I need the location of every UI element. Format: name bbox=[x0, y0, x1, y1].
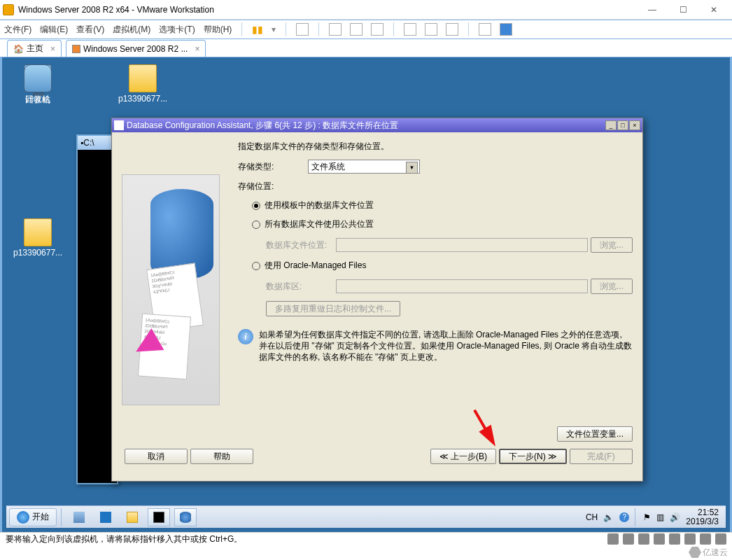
tab-home[interactable]: 🏠 主页 × bbox=[7, 40, 62, 57]
db-area-field bbox=[336, 279, 588, 293]
start-label: 开始 bbox=[32, 511, 49, 523]
tab-close-icon[interactable]: × bbox=[50, 44, 55, 54]
dbca-minimize-button[interactable]: _ bbox=[605, 120, 617, 130]
db-file-loc-field bbox=[336, 238, 588, 252]
file-loc-vars-button[interactable]: 文件位置变量... bbox=[557, 426, 633, 442]
vmware-device-tray bbox=[607, 533, 726, 545]
toolbar-fit-icon[interactable] bbox=[404, 23, 416, 36]
start-orb-icon bbox=[17, 511, 29, 524]
tray-clock[interactable]: 21:52 2019/3/3 bbox=[686, 508, 719, 526]
device-cd-icon[interactable] bbox=[623, 533, 634, 545]
toolbar-snapshot-manage-icon[interactable] bbox=[371, 23, 383, 36]
vmware-menubar: 文件(F) 编辑(E) 查看(V) 虚拟机(M) 选项卡(T) 帮助(H) ▮▮… bbox=[0, 20, 732, 39]
windows-taskbar: 开始 CH 🔈 ? ⚑ ▥ 🔊 21:52 2019/3/3 bbox=[6, 505, 726, 528]
dbca-title-text: Database Configuration Assistant, 步骤 6(共… bbox=[127, 120, 398, 132]
recycle-bin-icon bbox=[24, 64, 52, 92]
tab-close-icon[interactable]: × bbox=[195, 44, 199, 54]
folder-icon bbox=[24, 218, 52, 246]
desktop-folder-2[interactable]: p13390677... bbox=[13, 218, 62, 258]
ime-indicator[interactable]: CH bbox=[586, 512, 598, 522]
window-close-button[interactable]: ✕ bbox=[698, 0, 729, 20]
tray-network-icon[interactable]: ▥ bbox=[656, 512, 664, 522]
powershell-icon bbox=[100, 512, 111, 523]
toolbar-send-cad-icon[interactable] bbox=[296, 23, 309, 36]
device-display-icon[interactable] bbox=[700, 533, 711, 545]
task-explorer[interactable] bbox=[121, 508, 143, 526]
device-printer-icon[interactable] bbox=[684, 533, 696, 545]
dbca-dialog: Database Configuration Assistant, 步骤 6(共… bbox=[111, 118, 643, 482]
watermark-text: 亿速云 bbox=[703, 547, 728, 559]
dbca-close-button[interactable]: × bbox=[629, 120, 640, 130]
db-area-label: 数据库区: bbox=[266, 281, 336, 293]
tray-volume-icon[interactable]: 🔈 bbox=[603, 512, 614, 522]
help-button[interactable]: 帮助 bbox=[190, 449, 253, 464]
tab-vm[interactable]: Windows Server 2008 R2 ... × bbox=[66, 40, 206, 57]
cancel-button[interactable]: 取消 bbox=[125, 449, 188, 464]
radio-template[interactable] bbox=[252, 202, 260, 210]
dbca-app-icon bbox=[114, 120, 124, 130]
vmware-status-text: 要将输入定向到该虚拟机，请将鼠标指针移入其中或按 Ctrl+G。 bbox=[6, 533, 242, 545]
back-button[interactable]: ≪ 上一步(B) bbox=[430, 449, 496, 464]
tab-home-label: 主页 bbox=[27, 43, 43, 55]
task-server-manager[interactable] bbox=[68, 508, 90, 526]
folder-icon bbox=[129, 64, 157, 92]
radio-template-label[interactable]: 使用模板中的数据库文件位置 bbox=[265, 200, 374, 211]
vm-icon bbox=[72, 45, 80, 53]
finish-button: 完成(F) bbox=[570, 449, 633, 464]
radio-omf-label[interactable]: 使用 Oracle-Managed Files bbox=[265, 260, 366, 272]
storage-loc-label: 存储位置: bbox=[238, 181, 308, 192]
device-msg-icon[interactable] bbox=[715, 533, 726, 545]
menu-file[interactable]: 文件(F) bbox=[4, 24, 31, 36]
dbca-illustration: 1Aa@Bb#Cc2Dd$Ee%Ff3Gg^Hh&Ii4Jj*Kk(Ll 1Aa… bbox=[122, 174, 220, 405]
pause-icon[interactable]: ▮▮ bbox=[252, 24, 263, 35]
task-powershell[interactable] bbox=[94, 508, 117, 526]
device-usb-icon[interactable] bbox=[654, 533, 665, 545]
task-dbca[interactable] bbox=[174, 508, 197, 526]
desktop-recycle-bin[interactable]: 回收站 bbox=[13, 64, 62, 106]
radio-common[interactable] bbox=[252, 220, 260, 229]
menu-edit[interactable]: 编辑(E) bbox=[40, 24, 68, 36]
dbca-titlebar[interactable]: Database Configuration Assistant, 步骤 6(共… bbox=[112, 118, 642, 132]
radio-omf[interactable] bbox=[252, 262, 260, 270]
toolbar-snapshot-revert-icon[interactable] bbox=[350, 23, 363, 36]
toolbar-unity-icon[interactable] bbox=[479, 23, 491, 36]
cmd-title-text: C:\ bbox=[83, 138, 94, 148]
tray-sound-icon[interactable]: 🔊 bbox=[670, 512, 680, 522]
tray-help-icon[interactable]: ? bbox=[619, 512, 629, 522]
storage-type-select[interactable]: 文件系统 bbox=[308, 160, 420, 174]
window-minimize-button[interactable]: — bbox=[637, 0, 668, 20]
toolbar-snapshot-icon[interactable] bbox=[329, 23, 342, 36]
desktop-recycle-label: 回收站 bbox=[13, 94, 62, 106]
clock-time: 21:52 bbox=[686, 508, 719, 517]
vmware-title: Windows Server 2008 R2 x64 - VMware Work… bbox=[18, 5, 214, 15]
home-icon: 🏠 bbox=[13, 44, 24, 54]
menu-help[interactable]: 帮助(H) bbox=[204, 24, 232, 36]
toolbar-fullscreen-icon[interactable] bbox=[500, 23, 512, 36]
storage-type-label: 存储类型: bbox=[238, 161, 308, 173]
device-sound-icon[interactable] bbox=[669, 533, 680, 545]
start-button[interactable]: 开始 bbox=[9, 508, 57, 526]
menu-view[interactable]: 查看(V) bbox=[76, 24, 104, 36]
toolbar-console-icon[interactable] bbox=[446, 23, 458, 36]
tray-flag-icon[interactable]: ⚑ bbox=[643, 512, 651, 522]
menu-vm[interactable]: 虚拟机(M) bbox=[113, 24, 150, 36]
toolbar-stretch-icon[interactable] bbox=[425, 23, 437, 36]
guest-viewport: 计算机 p13390677... 回收站 p13390677... ▪ C:\ … bbox=[0, 57, 732, 532]
watermark: 亿速云 bbox=[689, 546, 728, 559]
cmd-icon bbox=[153, 512, 164, 523]
device-net-icon[interactable] bbox=[638, 533, 649, 545]
window-maximize-button[interactable]: ☐ bbox=[668, 0, 698, 20]
device-hdd-icon[interactable] bbox=[607, 533, 619, 545]
dbca-icon bbox=[180, 512, 191, 523]
tab-vm-label: Windows Server 2008 R2 ... bbox=[83, 44, 188, 54]
dbca-maximize-button[interactable]: □ bbox=[617, 120, 628, 130]
desktop-folder-1[interactable]: p13390677... bbox=[118, 64, 167, 104]
browse-db-area-button: 浏览... bbox=[591, 279, 633, 294]
info-icon: i bbox=[238, 329, 253, 344]
radio-common-label[interactable]: 所有数据库文件使用公共位置 bbox=[265, 218, 374, 230]
clock-date: 2019/3/3 bbox=[686, 517, 719, 526]
task-cmd[interactable] bbox=[148, 508, 170, 526]
next-button[interactable]: 下一步(N) ≫ bbox=[499, 449, 567, 464]
info-text: 如果希望为任何数据库文件指定不同的位置, 请选取上面除 Oracle-Manag… bbox=[259, 329, 633, 363]
menu-tabs[interactable]: 选项卡(T) bbox=[159, 24, 195, 36]
